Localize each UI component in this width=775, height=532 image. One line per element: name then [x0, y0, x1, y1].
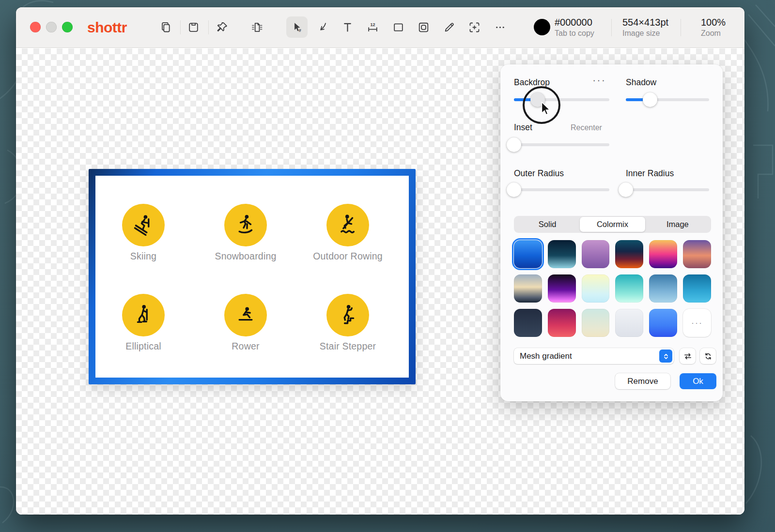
- refresh-icon: [703, 351, 713, 362]
- gradient-type-select[interactable]: Mesh gradient: [514, 348, 674, 364]
- fill-mode-tabs: Solid Colormix Image: [514, 216, 711, 233]
- arrow-tool-icon: [316, 21, 329, 34]
- pin-tool-button[interactable]: [211, 16, 232, 38]
- gradient-swatch[interactable]: [649, 274, 677, 303]
- gradient-swatch[interactable]: [649, 309, 677, 337]
- shadow-label: Shadow: [626, 77, 656, 88]
- activity-label: Stair Stepper: [304, 341, 391, 352]
- outer-radius-slider[interactable]: [514, 182, 609, 198]
- activity-tile-rower: Rower: [202, 294, 289, 352]
- remove-button[interactable]: Remove: [615, 373, 670, 389]
- slider-track[interactable]: [514, 188, 609, 191]
- gradient-swatch[interactable]: [582, 240, 610, 268]
- swap-icon: [682, 351, 693, 362]
- editor-canvas[interactable]: Skiing Snowboarding Outdoor Rowing: [16, 48, 744, 515]
- rectangle-tool-button[interactable]: [388, 16, 409, 38]
- activity-circle: [122, 204, 165, 246]
- toolbar-divider: [180, 20, 181, 34]
- skiing-icon: [132, 213, 155, 237]
- activity-tile-snowboarding: Snowboarding: [202, 204, 289, 262]
- backdrop-menu-button[interactable]: ···: [592, 74, 606, 87]
- activity-circle: [326, 294, 369, 336]
- gradient-swatch-grid: ···: [514, 240, 711, 337]
- slider-knob[interactable]: [619, 182, 633, 197]
- color-hex-value[interactable]: #000000: [555, 17, 592, 28]
- activity-tile-elliptical: Elliptical: [100, 294, 187, 352]
- activity-label: Elliptical: [100, 341, 187, 352]
- svg-text:12: 12: [370, 22, 375, 27]
- frame-tool-icon: [417, 21, 430, 34]
- slider-track[interactable]: [626, 188, 709, 191]
- slider-knob[interactable]: [507, 137, 521, 152]
- gradient-swatch[interactable]: [683, 240, 711, 268]
- toolbar-divider: [208, 20, 209, 34]
- gradient-swatch[interactable]: [514, 274, 542, 303]
- inner-radius-slider[interactable]: [626, 182, 709, 198]
- backdrop-tool-button[interactable]: [246, 16, 267, 38]
- more-gradients-button[interactable]: ···: [683, 309, 711, 337]
- slider-knob[interactable]: [643, 92, 657, 107]
- activity-tile-stair-stepper: Stair Stepper: [304, 294, 391, 352]
- outer-radius-label: Outer Radius: [514, 168, 564, 179]
- activity-label: Rower: [202, 341, 289, 352]
- copy-tool-button[interactable]: [155, 16, 176, 38]
- recenter-button[interactable]: Recenter: [571, 123, 602, 132]
- image-size-value: 554×413pt: [622, 17, 668, 28]
- select-tool-button[interactable]: #: [286, 16, 308, 38]
- svg-text:#: #: [298, 28, 301, 33]
- slider-track[interactable]: [514, 143, 609, 146]
- tab-image[interactable]: Image: [645, 217, 710, 232]
- gradient-swatch[interactable]: [649, 240, 677, 268]
- activity-circle: [224, 204, 267, 246]
- gradient-swatch[interactable]: [615, 274, 643, 303]
- traffic-close-button[interactable]: [30, 22, 41, 32]
- pencil-tool-icon: [443, 21, 456, 34]
- gradient-swatch[interactable]: [615, 240, 643, 268]
- slider-knob[interactable]: [530, 92, 545, 107]
- more-tools-button[interactable]: [489, 16, 511, 38]
- gradient-swatch[interactable]: [548, 274, 576, 303]
- more-tools-icon: [494, 21, 507, 34]
- tab-colormix[interactable]: Colormix: [580, 217, 645, 232]
- slider-track[interactable]: [514, 98, 609, 101]
- zoom-value[interactable]: 100%: [701, 17, 726, 28]
- measure-tool-button[interactable]: 12: [362, 16, 383, 38]
- desktop-background: shottr #: [0, 0, 775, 532]
- shadow-slider[interactable]: [626, 92, 709, 107]
- tab-solid[interactable]: Solid: [515, 217, 580, 232]
- pencil-tool-button[interactable]: [438, 16, 460, 38]
- zoom-label: Zoom: [701, 29, 721, 38]
- frame-tool-button[interactable]: [413, 16, 434, 38]
- screenshot-image[interactable]: Skiing Snowboarding Outdoor Rowing: [89, 169, 416, 384]
- save-tool-button[interactable]: [183, 16, 204, 38]
- gradient-swatch[interactable]: [615, 309, 643, 337]
- traffic-zoom-button[interactable]: [62, 22, 73, 32]
- shuffle-gradient-button[interactable]: [700, 348, 716, 364]
- slider-track[interactable]: [626, 98, 709, 101]
- arrow-tool-button[interactable]: [311, 16, 333, 38]
- text-tool-button[interactable]: [337, 16, 358, 38]
- save-icon: [187, 21, 200, 34]
- activity-label: Skiing: [100, 251, 187, 262]
- copy-icon: [159, 21, 172, 34]
- inset-slider[interactable]: [514, 137, 609, 152]
- crop-tool-button[interactable]: [464, 16, 485, 38]
- inset-label: Inset: [514, 122, 532, 133]
- traffic-minimize-button[interactable]: [46, 22, 57, 32]
- gradient-swatch[interactable]: [514, 309, 542, 337]
- gradient-swatch[interactable]: [548, 240, 576, 268]
- gradient-swatch[interactable]: [683, 274, 711, 303]
- crop-tool-icon: [468, 21, 481, 34]
- ok-button[interactable]: Ok: [680, 373, 716, 389]
- gradient-swatch[interactable]: [548, 309, 576, 337]
- swap-gradient-button[interactable]: [680, 348, 696, 364]
- color-indicator-swatch[interactable]: [534, 19, 550, 35]
- backdrop-slider[interactable]: [514, 92, 609, 107]
- pin-icon: [216, 21, 229, 34]
- select-cursor-icon: #: [291, 21, 304, 34]
- slider-knob[interactable]: [507, 182, 521, 197]
- gradient-swatch[interactable]: [582, 274, 610, 303]
- activity-label: Outdoor Rowing: [304, 251, 391, 262]
- gradient-swatch[interactable]: [514, 240, 542, 268]
- gradient-swatch[interactable]: [582, 309, 610, 337]
